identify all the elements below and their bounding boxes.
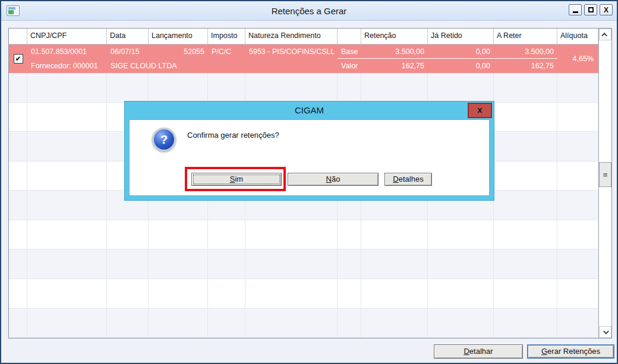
- header-natureza[interactable]: Natureza Rendimento: [245, 29, 338, 44]
- maximize-button[interactable]: [584, 4, 597, 15]
- empty-cell: [428, 220, 494, 249]
- empty-cell: [208, 249, 245, 278]
- confirmation-dialog: CIGAM x ? Confirma gerar retenções? Sim …: [124, 101, 494, 201]
- table-row[interactable]: ✔ 01.507.853/0001 06/07/15 52055 P/C/C 5…: [9, 45, 598, 73]
- cell-base-ja-retido: 0,00: [428, 45, 494, 59]
- empty-cell: [9, 279, 27, 308]
- empty-cell: [27, 279, 107, 308]
- empty-cell: [245, 220, 338, 249]
- sim-button-label-rest: im: [235, 175, 243, 183]
- header-imposto[interactable]: Imposto: [208, 29, 245, 44]
- close-button[interactable]: X: [600, 4, 613, 15]
- empty-cell: [494, 103, 557, 132]
- empty-cell: [149, 279, 208, 308]
- scroll-up-button[interactable]: [599, 29, 611, 40]
- empty-cell: [149, 73, 208, 102]
- empty-cell: [107, 220, 149, 249]
- empty-cell: [107, 73, 149, 102]
- row-checkbox[interactable]: ✔: [14, 54, 23, 64]
- empty-cell: [9, 73, 27, 102]
- empty-cell: [338, 279, 361, 308]
- cell-valor-a-reter: 162,75: [494, 59, 557, 73]
- nao-button[interactable]: Não: [288, 173, 379, 186]
- empty-cell: [208, 309, 245, 338]
- table-empty-row: [9, 220, 598, 250]
- scrollbar-thumb[interactable]: ≡: [599, 162, 611, 187]
- detalhes-button[interactable]: Detalhes: [384, 173, 432, 186]
- empty-cell: [428, 279, 494, 308]
- empty-cell: [245, 279, 338, 308]
- empty-cell: [107, 249, 149, 278]
- empty-cell: [494, 132, 557, 161]
- empty-cell: [107, 309, 149, 338]
- empty-cell: [27, 309, 107, 338]
- sim-button[interactable]: Sim: [191, 173, 282, 186]
- table-empty-row: [9, 73, 598, 103]
- dialog-close-icon: x: [478, 105, 483, 115]
- empty-cell: [9, 249, 27, 278]
- maximize-icon: [588, 7, 594, 12]
- empty-cell: [9, 309, 27, 338]
- scroll-down-button[interactable]: [599, 326, 611, 338]
- header-cnpj[interactable]: CNPJ/CPF: [27, 29, 107, 44]
- header-checkbox-col[interactable]: [9, 29, 27, 44]
- table-empty-row: [9, 249, 598, 279]
- empty-cell: [494, 191, 557, 220]
- cell-base-a-reter: 3.500,00: [494, 45, 557, 59]
- empty-cell: [338, 309, 361, 338]
- header-lancamento[interactable]: Lançamento: [149, 29, 208, 44]
- gerar-retencoes-button-label-rest: erar Retenções: [547, 347, 600, 356]
- empty-cell: [9, 132, 27, 161]
- cell-aliquota: 4,65%: [557, 45, 598, 73]
- empty-cell: [428, 73, 494, 102]
- empty-cell: [149, 220, 208, 249]
- minimize-button[interactable]: [569, 4, 582, 15]
- empty-cell: [494, 249, 557, 278]
- empty-cell: [361, 73, 428, 102]
- cell-valor-label: Valor: [338, 59, 361, 73]
- empty-cell: [557, 191, 598, 220]
- header-ja-retido[interactable]: Já Retido: [428, 29, 494, 44]
- close-icon: X: [604, 7, 608, 14]
- header-sub-label[interactable]: [338, 29, 361, 44]
- dialog-title[interactable]: CIGAM: [125, 102, 494, 119]
- empty-cell: [9, 162, 27, 191]
- empty-cell: [361, 279, 428, 308]
- header-aliquota[interactable]: Alíquota: [557, 29, 598, 44]
- cell-valor-retencao: 162,75: [361, 59, 428, 73]
- empty-cell: [557, 279, 598, 308]
- empty-cell: [361, 249, 428, 278]
- dialog-close-button[interactable]: x: [468, 103, 492, 118]
- dialog-body: ? Confirma gerar retenções? Sim Não Deta…: [129, 119, 490, 196]
- empty-cell: [557, 73, 598, 102]
- empty-cell: [27, 73, 107, 102]
- empty-cell: [557, 220, 598, 249]
- window-controls: X: [569, 4, 613, 15]
- question-icon: ?: [152, 128, 176, 151]
- scroll-up-icon: [601, 32, 607, 38]
- empty-cell: [338, 249, 361, 278]
- empty-cell: [494, 309, 557, 338]
- header-a-reter[interactable]: A Reter: [494, 29, 557, 44]
- nao-button-label: N: [326, 175, 332, 183]
- row-checkbox-cell: ✔: [9, 45, 27, 73]
- detalhar-button-label: D: [464, 347, 469, 356]
- cell-natureza: 5953 - PIS/COFINS/CSLL: [245, 45, 338, 59]
- cell-base-retencao: 3.500,00: [361, 45, 428, 59]
- nao-button-label-rest: ão: [332, 175, 340, 183]
- empty-cell: [9, 103, 27, 132]
- empty-cell: [245, 309, 338, 338]
- empty-cell: [338, 220, 361, 249]
- vertical-scrollbar[interactable]: ≡: [598, 29, 611, 338]
- empty-cell: [208, 279, 245, 308]
- header-data[interactable]: Data: [107, 29, 149, 44]
- scrollbar-track[interactable]: ≡: [599, 40, 611, 326]
- empty-cell: [27, 103, 107, 132]
- cell-fornecedor: Fornecedor: 000001: [27, 59, 107, 73]
- window-titlebar[interactable]: Retenções a Gerar X: [1, 1, 617, 21]
- empty-cell: [361, 220, 428, 249]
- gerar-retencoes-button[interactable]: Gerar Retenções: [527, 344, 614, 359]
- empty-cell: [494, 162, 557, 191]
- header-retencao[interactable]: Retenção: [361, 29, 428, 44]
- detalhar-button[interactable]: Detalhar: [434, 344, 523, 359]
